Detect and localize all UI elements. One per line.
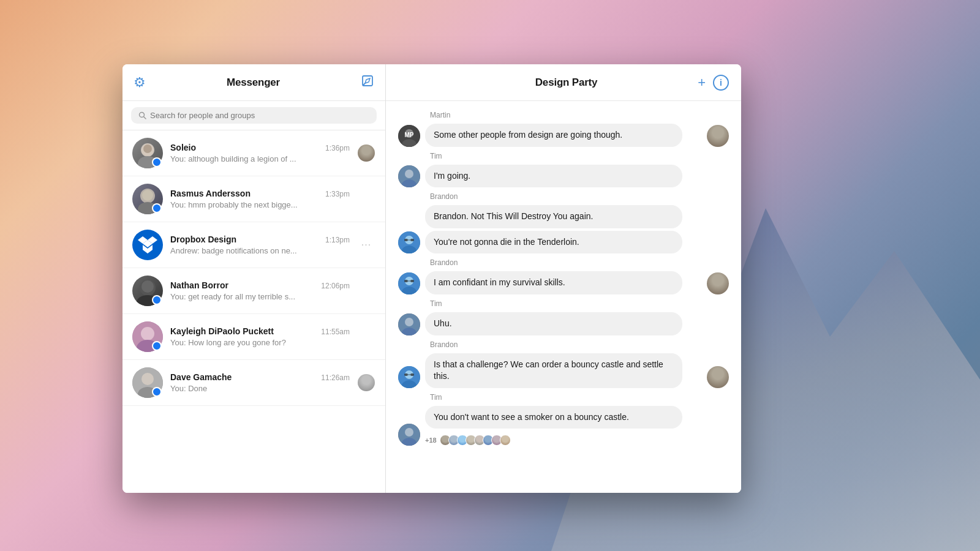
- app-title: Messenger: [227, 77, 280, 89]
- message-bubble: You're not gonna die in the Tenderloin.: [425, 231, 682, 254]
- conv-content: Dave Gamache 11:26am You: Done: [170, 372, 350, 393]
- conversation-list: Soleio 1:36pm You: although building a l…: [123, 130, 385, 493]
- conv-content: Dropbox Design 1:13pm Andrew: badge noti…: [170, 234, 350, 255]
- svg-point-28: [154, 389, 160, 395]
- svg-point-11: [142, 190, 153, 201]
- conv-name: Rasmus Andersson: [170, 189, 251, 198]
- chat-title: Design Party: [535, 77, 598, 89]
- avatar: MP: [398, 125, 420, 147]
- conv-top: Rasmus Andersson 1:33pm: [170, 189, 350, 198]
- right-reaction-avatar: [707, 125, 729, 147]
- avatar-wrapper: [132, 184, 163, 214]
- sender-name: Brandon: [430, 192, 729, 201]
- avatar-wrapper: [132, 321, 163, 352]
- sender-name: Tim: [430, 393, 729, 402]
- compose-icon[interactable]: [361, 74, 374, 91]
- messages-area: Martin MP Some other people from design …: [386, 101, 741, 493]
- bubble-column: Some other people from design are going …: [425, 124, 702, 147]
- list-item[interactable]: Rasmus Andersson 1:33pm You: hmm probabl…: [123, 176, 385, 222]
- avatar-wrapper: [132, 138, 163, 168]
- svg-point-58: [405, 428, 413, 437]
- bubble-column: Brandon. Not This Will Destroy You again…: [425, 205, 729, 253]
- read-indicator: [152, 157, 162, 167]
- avatar: [398, 366, 420, 388]
- search-icon: [138, 111, 146, 119]
- message-bubble: Uhu.: [425, 312, 682, 335]
- avatar: [398, 313, 420, 335]
- settings-icon[interactable]: ⚙: [134, 75, 146, 91]
- message-row: Uhu.: [398, 312, 729, 335]
- reaction-avatars: [440, 435, 511, 446]
- add-people-button[interactable]: +: [698, 76, 706, 89]
- message-group: Martin MP Some other people from design …: [398, 111, 729, 147]
- svg-point-22: [141, 327, 154, 340]
- svg-rect-46: [410, 280, 414, 282]
- right-header: Design Party + i: [386, 64, 741, 101]
- conv-content: Rasmus Andersson 1:33pm You: hmm probabl…: [170, 189, 350, 209]
- message-row: I'm going.: [398, 165, 729, 188]
- svg-point-34: [405, 170, 413, 178]
- more-options-icon[interactable]: ···: [361, 239, 371, 250]
- info-button[interactable]: i: [713, 75, 729, 91]
- sender-name: Tim: [430, 299, 729, 308]
- list-item[interactable]: Dave Gamache 11:26am You: Done: [123, 360, 385, 406]
- avatar: [398, 272, 420, 294]
- svg-point-19: [141, 280, 154, 293]
- list-item[interactable]: Nathan Borror 12:06pm You: get ready for…: [123, 268, 385, 314]
- read-indicator: [152, 203, 162, 213]
- avatar-wrapper: [132, 367, 163, 398]
- bubble-column: You don't want to see a smoker on a boun…: [425, 406, 729, 446]
- list-item[interactable]: Soleio 1:36pm You: although building a l…: [123, 130, 385, 176]
- reaction-count: +18: [425, 437, 437, 444]
- conv-preview: Andrew: badge notifications on ne...: [170, 246, 350, 255]
- message-group: Brandon Is that a challenge? W: [398, 340, 729, 388]
- avatar-wrapper: [132, 230, 163, 260]
- svg-point-49: [405, 318, 413, 326]
- conv-right: ···: [357, 239, 375, 250]
- conv-content: Kayleigh DiPaolo Puckett 11:55am You: Ho…: [170, 326, 350, 347]
- conv-time: 12:06pm: [321, 282, 350, 290]
- message-bubble: You don't want to see a smoker on a boun…: [425, 406, 682, 429]
- conv-preview: You: hmm probably the next bigge...: [170, 200, 350, 209]
- message-group: Tim You don't want to see a smoker on a …: [398, 393, 729, 446]
- svg-rect-55: [410, 373, 414, 376]
- conv-top: Nathan Borror 12:06pm: [170, 280, 350, 290]
- conv-preview: You: get ready for all my terrible s...: [170, 292, 350, 301]
- conv-right: [357, 374, 375, 391]
- message-group: Tim Uhu.: [398, 299, 729, 335]
- sender-name: Martin: [430, 111, 729, 119]
- header-actions: + i: [698, 75, 729, 91]
- message-bubble: Some other people from design are going …: [425, 124, 682, 147]
- svg-point-7: [143, 144, 152, 153]
- conv-right: [357, 144, 375, 162]
- avatar: [398, 424, 420, 446]
- conv-content: Nathan Borror 12:06pm You: get ready for…: [170, 280, 350, 301]
- message-group: Brandon Brandon: [398, 192, 729, 253]
- search-input[interactable]: [150, 111, 369, 120]
- svg-point-26: [141, 373, 154, 385]
- conv-name: Soleio: [170, 143, 196, 152]
- conv-top: Soleio 1:36pm: [170, 143, 350, 152]
- conv-time: 1:33pm: [325, 190, 350, 198]
- search-wrapper[interactable]: [131, 107, 377, 124]
- message-bubble: I'm going.: [425, 165, 682, 188]
- conv-preview: You: How long are you gone for?: [170, 338, 350, 347]
- svg-rect-54: [404, 373, 408, 376]
- search-bar: [123, 101, 385, 130]
- read-indicator: [152, 295, 162, 305]
- message-row: I am confidant in my survival skills.: [398, 271, 729, 294]
- conv-time: 11:55am: [321, 328, 350, 336]
- sender-name: Brandon: [430, 258, 729, 267]
- list-item[interactable]: Dropbox Design 1:13pm Andrew: badge noti…: [123, 222, 385, 268]
- conv-name: Kayleigh DiPaolo Puckett: [170, 326, 274, 336]
- conv-content: Soleio 1:36pm You: although building a l…: [170, 143, 350, 163]
- message-group: Tim I'm going.: [398, 152, 729, 188]
- read-indicator: [152, 341, 162, 351]
- list-item[interactable]: Kayleigh DiPaolo Puckett 11:55am You: Ho…: [123, 314, 385, 360]
- conv-preview: You: Done: [170, 384, 350, 393]
- conv-time: 1:36pm: [325, 144, 350, 152]
- right-panel: Design Party + i Martin MP: [386, 64, 741, 493]
- svg-point-20: [154, 297, 160, 303]
- message-group: Brandon I am confidant in my s: [398, 258, 729, 294]
- svg-line-3: [144, 117, 146, 119]
